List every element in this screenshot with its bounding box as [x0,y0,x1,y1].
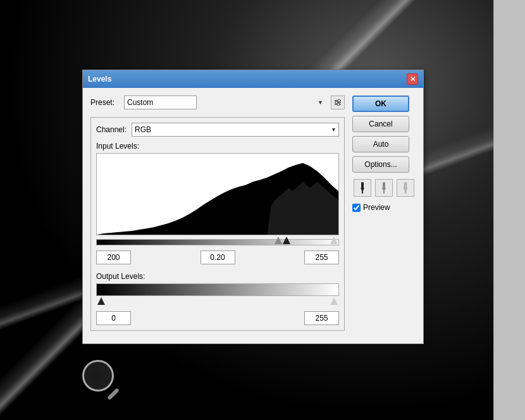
svg-point-3 [338,99,340,102]
dialog-left-panel: Preset: Custom Default Increase Contrast… [90,96,345,336]
preset-select-wrapper: Custom Default Increase Contrast 1 Incre… [124,96,326,109]
preset-settings-button[interactable] [331,96,345,109]
svg-rect-9 [361,182,364,188]
input-black-slider[interactable] [283,237,290,244]
preview-checkbox[interactable] [352,204,361,212]
output-slider-track [96,297,339,309]
preset-select[interactable]: Custom Default Increase Contrast 1 Incre… [124,96,197,109]
svg-rect-12 [383,182,385,188]
white-eyedropper-icon [400,182,411,194]
output-white-value[interactable] [304,311,339,325]
svg-rect-17 [405,191,406,194]
gray-eyedropper-icon [379,182,389,194]
settings-icon [333,98,342,107]
cancel-button[interactable]: Cancel [352,116,409,132]
input-black-value[interactable] [96,250,131,264]
dialog-right-panel: OK Cancel Auto Options... [352,96,416,336]
input-levels-label: Input Levels: [96,142,339,151]
output-levels-label: Output Levels: [96,272,339,281]
gray-eyedropper-button[interactable] [375,179,393,197]
svg-rect-14 [383,191,385,194]
dialog-titlebar: Levels ✕ [83,70,423,88]
preview-label: Preview [363,203,390,212]
svg-point-5 [337,103,340,106]
input-white-slider[interactable] [330,237,338,244]
channel-select-wrapper: RGB Red Green Blue [132,123,339,137]
output-black-slider[interactable] [97,297,105,305]
dialog-title: Levels [88,75,111,83]
channel-section: Channel: RGB Red Green Blue Input Levels… [90,117,345,331]
histogram-svg [97,154,338,235]
auto-button[interactable]: Auto [352,136,409,152]
magnifier-tool [82,360,114,392]
output-gradient-bar [96,283,339,296]
output-white-slider[interactable] [330,297,338,305]
preset-row: Preset: Custom Default Increase Contrast… [90,96,345,109]
channel-label: Channel: [96,125,127,134]
input-mid-slider[interactable] [275,237,282,244]
output-black-value[interactable] [96,311,131,325]
preview-row: Preview [352,203,416,212]
input-white-value[interactable] [304,250,339,264]
svg-rect-15 [404,182,407,188]
input-values-row [96,250,339,264]
input-slider-track [96,237,339,248]
histogram-container [96,153,339,235]
black-eyedropper-button[interactable] [354,179,371,197]
channel-select[interactable]: RGB Red Green Blue [132,123,339,137]
right-panel [493,0,525,420]
svg-rect-11 [362,191,363,194]
options-button[interactable]: Options... [352,156,409,173]
input-mid-value[interactable] [201,250,235,264]
white-eyedropper-button[interactable] [397,179,414,197]
ok-button[interactable]: OK [352,96,409,112]
eyedropper-row [352,179,416,197]
close-button[interactable]: ✕ [407,73,418,85]
preset-label: Preset: [90,98,119,107]
levels-dialog: Levels ✕ Preset: Custom Default Increase… [82,70,424,344]
channel-row: Channel: RGB Red Green Blue [96,123,339,137]
output-values-row [96,311,339,325]
black-eyedropper-icon [357,182,368,194]
